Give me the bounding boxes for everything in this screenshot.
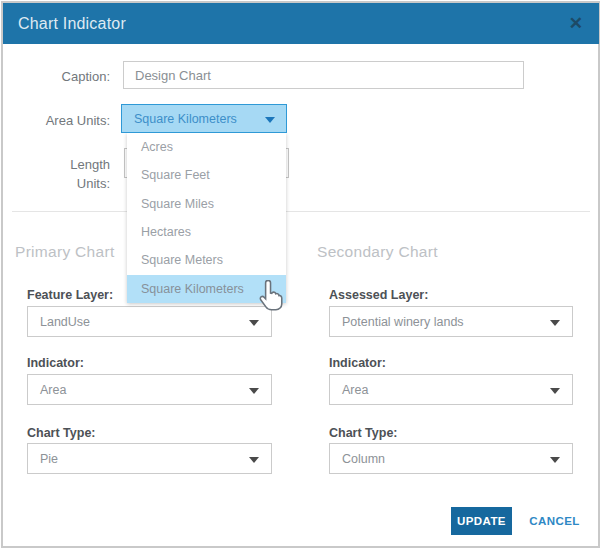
secondary-indicator-select[interactable]: Area (329, 374, 573, 405)
dropdown-option-square-kilometers[interactable]: Square Kilometers (127, 275, 286, 303)
secondary-indicator-value: Area (342, 383, 368, 397)
area-units-label: Area Units: (20, 113, 110, 128)
assessed-layer-label: Assessed Layer: (329, 288, 573, 302)
primary-chart-heading: Primary Chart (15, 243, 115, 261)
dropdown-arrow-icon (265, 117, 275, 123)
secondary-chart-type-select[interactable]: Column (329, 443, 573, 474)
dropdown-option-square-meters[interactable]: Square Meters (127, 246, 286, 274)
area-units-selected-value: Square Kilometers (134, 112, 237, 126)
dropdown-option-acres[interactable]: Acres (127, 133, 286, 161)
dropdown-arrow-icon (550, 320, 560, 326)
primary-indicator-select[interactable]: Area (27, 374, 272, 405)
caption-label: Caption: (20, 69, 110, 84)
feature-layer-select[interactable]: LandUse (27, 306, 272, 337)
area-units-dropdown-list: Acres Square Feet Square Miles Hectares … (127, 133, 286, 303)
dropdown-option-square-miles[interactable]: Square Miles (127, 190, 286, 218)
dropdown-option-square-feet[interactable]: Square Feet (127, 161, 286, 189)
chart-indicator-dialog: Chart Indicator ✕ Caption: Area Units: S… (0, 0, 602, 550)
dropdown-arrow-icon (249, 388, 259, 394)
primary-chart-type-value: Pie (40, 452, 58, 466)
area-units-select[interactable]: Square Kilometers (121, 104, 287, 133)
dialog-header: Chart Indicator ✕ (3, 3, 599, 44)
secondary-chart-type-value: Column (342, 452, 385, 466)
update-button[interactable]: UPDATE (451, 507, 512, 535)
primary-chart-type-select[interactable]: Pie (27, 443, 272, 474)
dropdown-option-hectares[interactable]: Hectares (127, 218, 286, 246)
assessed-layer-value: Potential winery lands (342, 315, 464, 329)
cancel-button[interactable]: CANCEL (527, 507, 582, 535)
secondary-chart-type-label: Chart Type: (329, 426, 573, 440)
primary-chart-type-label: Chart Type: (27, 426, 272, 440)
dropdown-arrow-icon (249, 457, 259, 463)
dialog-title: Chart Indicator (18, 15, 126, 33)
close-icon[interactable]: ✕ (565, 3, 587, 44)
feature-layer-value: LandUse (40, 315, 90, 329)
secondary-chart-heading: Secondary Chart (317, 243, 438, 261)
caption-input[interactable] (123, 61, 524, 89)
dropdown-arrow-icon (249, 320, 259, 326)
primary-indicator-value: Area (40, 383, 66, 397)
section-divider (12, 211, 590, 212)
primary-indicator-label: Indicator: (27, 356, 272, 370)
dropdown-arrow-icon (550, 457, 560, 463)
assessed-layer-select[interactable]: Potential winery lands (329, 306, 573, 337)
secondary-indicator-label: Indicator: (329, 356, 573, 370)
length-units-label: Length Units: (40, 155, 110, 193)
dropdown-arrow-icon (550, 388, 560, 394)
